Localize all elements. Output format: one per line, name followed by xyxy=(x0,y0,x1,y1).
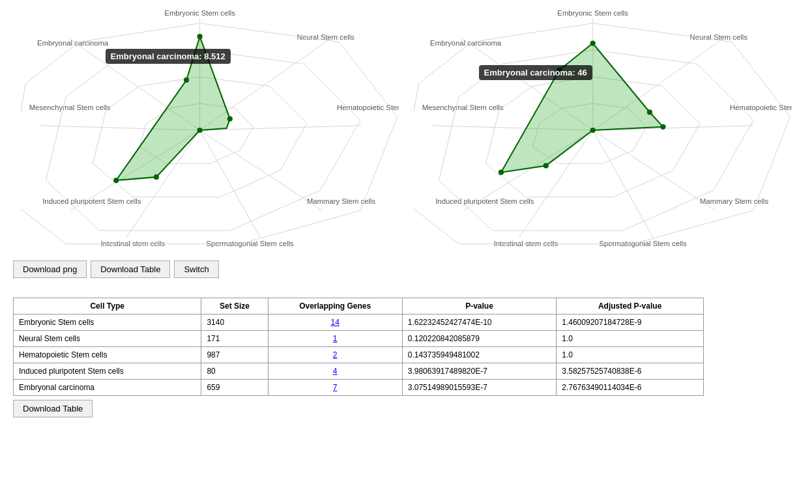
col-overlapping: Overlapping Genes xyxy=(268,298,402,315)
radar-grid-left xyxy=(21,18,398,244)
overlapping-genes-cell[interactable]: 7 xyxy=(268,380,402,396)
svg-line-21 xyxy=(592,130,652,237)
table-row: Hematopoietic Stem cells98720.1437359494… xyxy=(14,347,704,363)
radar-point-right-1 xyxy=(590,40,595,46)
table-row: Induced pluripotent Stem cells8043.98063… xyxy=(14,363,704,380)
adj-pvalue-cell: 1.0 xyxy=(557,331,704,347)
radar-point-left-2 xyxy=(227,116,232,121)
svg-marker-3 xyxy=(21,23,398,244)
results-table: Cell Type Set Size Overlapping Genes P-v… xyxy=(13,298,704,396)
svg-line-7 xyxy=(199,130,322,210)
svg-line-8 xyxy=(199,130,259,237)
label-mesen-left: Mesenchymal Stem cells xyxy=(29,104,110,111)
table-row: Neural Stem cells17110.1202208420858791.… xyxy=(14,331,704,347)
label-right-left: Hematopoietic Stem cells xyxy=(337,104,399,111)
table-row: Embryonal carcinoma65973.07514989015593E… xyxy=(14,380,704,396)
table-row: Embryonic Stem cells3140141.622324524274… xyxy=(14,315,704,331)
label-spermato-right: Spermatogonial Stem cells xyxy=(599,240,687,247)
cell-type-cell: Hematopoietic Stem cells xyxy=(14,347,201,363)
top-button-row: Download png Download Table Switch xyxy=(13,260,799,278)
label-bottom-left: Spermatogonial Stem cells xyxy=(206,240,294,247)
pvalue-cell: 1.62232452427474E-10 xyxy=(402,315,557,331)
col-pvalue: P-value xyxy=(402,298,557,315)
set-size-cell: 3140 xyxy=(201,315,268,331)
cell-type-cell: Neural Stem cells xyxy=(14,331,201,347)
set-size-cell: 171 xyxy=(201,331,268,347)
bottom-button-row: Download Table xyxy=(13,400,799,417)
label-induced-right: Induced pluripotent Stem cells xyxy=(435,197,534,205)
adj-pvalue-cell: 1.0 xyxy=(557,347,704,363)
radar-data-polygon-left xyxy=(116,36,230,180)
label-intestinal-right: Intestinal stem cells xyxy=(493,240,558,247)
main-container: Embryonic Stem cells Neural Stem cells H… xyxy=(0,0,812,424)
pvalue-cell: 0.143735949481002 xyxy=(402,347,557,363)
radar-point-left-3 xyxy=(183,77,188,83)
right-radar-chart: Embryonic Stem cells Neural Stem cells H… xyxy=(414,7,792,254)
left-radar-chart: Embryonic Stem cells Neural Stem cells H… xyxy=(21,7,399,254)
radar-point-right-3 xyxy=(660,124,665,130)
pvalue-cell: 0.120220842085879 xyxy=(402,331,557,347)
cell-type-cell: Embryonic Stem cells xyxy=(14,315,201,331)
overlapping-genes-cell[interactable]: 14 xyxy=(268,315,402,331)
radar-point-right-2 xyxy=(646,109,652,115)
set-size-cell: 659 xyxy=(201,380,268,396)
overlapping-genes-cell[interactable]: 2 xyxy=(268,347,402,363)
label-intestinal-left: Intestinal stem cells xyxy=(100,240,165,247)
label-embryonal-left: Embryonal carcinoma xyxy=(37,39,109,47)
radar-data-polygon-right xyxy=(500,43,663,172)
adj-pvalue-cell: 2.76763490114034E-6 xyxy=(557,380,704,396)
radar-point-left-1 xyxy=(197,34,202,39)
col-cell-type: Cell Type xyxy=(14,298,201,315)
label-induced-left: Induced pluripotent Stem cells xyxy=(42,197,141,205)
switch-button[interactable]: Switch xyxy=(174,260,218,278)
radar-point-left-5 xyxy=(113,178,119,183)
label-embryonal-right: Embryonal carcinoma xyxy=(430,39,502,47)
download-table-top-button[interactable]: Download Table xyxy=(91,260,170,278)
download-png-button[interactable]: Download png xyxy=(13,260,87,278)
pvalue-cell: 3.98063917489820E-7 xyxy=(402,363,557,380)
radar-point-right-6 xyxy=(498,170,503,175)
set-size-cell: 80 xyxy=(201,363,268,380)
radar-point-left-center xyxy=(197,128,202,133)
label-hemato-right: Hematopoietic Stem cells xyxy=(730,104,792,111)
overlapping-genes-cell[interactable]: 4 xyxy=(268,363,402,380)
label-mesen-right: Mesenchymal Stem cells xyxy=(422,104,503,111)
table-section: Cell Type Set Size Overlapping Genes P-v… xyxy=(13,298,799,417)
download-table-bottom-button[interactable]: Download Table xyxy=(13,400,93,417)
set-size-cell: 987 xyxy=(201,347,268,363)
col-adj-pvalue: Adjusted P-value xyxy=(557,298,704,315)
adj-pvalue-cell: 1.46009207184728E-9 xyxy=(557,315,704,331)
label-top-left: Embryonic Stem cells xyxy=(164,9,235,17)
left-chart-wrapper: Embryonic Stem cells Neural Stem cells H… xyxy=(21,7,399,254)
radar-grid-right xyxy=(414,18,790,244)
label-top-right: Embryonic Stem cells xyxy=(557,9,628,17)
radar-point-right-5 xyxy=(543,163,548,168)
svg-line-20 xyxy=(592,130,715,210)
charts-row: Embryonic Stem cells Neural Stem cells H… xyxy=(13,7,799,254)
right-chart-wrapper: Embryonic Stem cells Neural Stem cells H… xyxy=(414,7,792,254)
cell-type-cell: Induced pluripotent Stem cells xyxy=(14,363,201,380)
radar-point-left-4 xyxy=(153,175,158,180)
overlapping-genes-cell[interactable]: 1 xyxy=(268,331,402,347)
col-set-size: Set Size xyxy=(201,298,268,315)
adj-pvalue-cell: 3.58257525740838E-6 xyxy=(557,363,704,380)
pvalue-cell: 3.07514989015593E-7 xyxy=(402,380,557,396)
radar-point-right-4 xyxy=(557,67,562,72)
cell-type-cell: Embryonal carcinoma xyxy=(14,380,201,396)
radar-point-right-center xyxy=(590,128,595,133)
